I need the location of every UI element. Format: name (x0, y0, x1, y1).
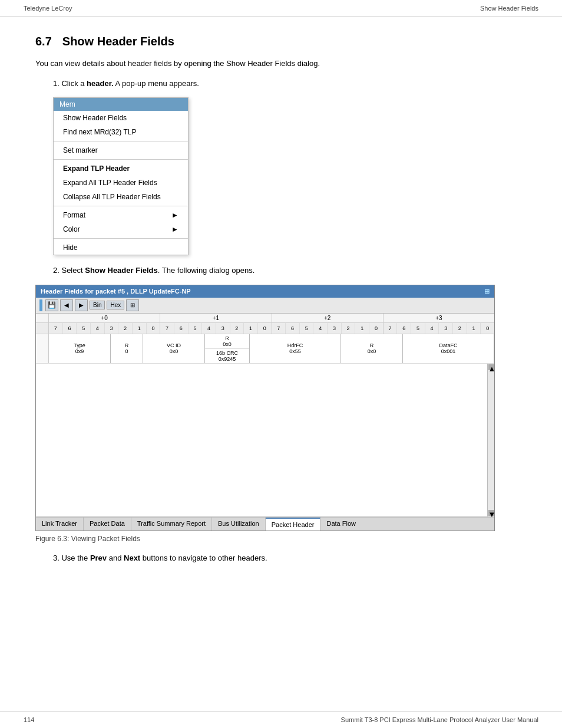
grid-button[interactable]: ⊞ (126, 299, 139, 311)
bit-group-3: 7 6 5 4 3 2 1 0 (384, 323, 494, 334)
save-button[interactable]: 💾 (45, 299, 58, 311)
field-vcid: VC ID 0x0 (143, 334, 205, 363)
scrollbar-thumb-bottom[interactable]: ▼ (488, 510, 494, 516)
dialog-screenshot: Header Fields for packet #5 , DLLP Updat… (35, 285, 495, 531)
dialog-toolbar: 💾 ◀ ▶ Bin Hex ⊞ (36, 298, 494, 314)
field-vcid-name: VC ID (167, 342, 181, 348)
tab-packet-header[interactable]: Packet Header (266, 518, 321, 531)
empty-space: ▲ ▼ (36, 364, 494, 517)
dialog-resize-icon: ⊞ (484, 288, 490, 295)
field-16bcrc: 16b CRC 0x9245 (205, 349, 249, 363)
menu-header: Mem (54, 98, 188, 111)
step-3-number: 3. (53, 554, 59, 562)
menu-divider-3 (54, 206, 188, 206)
offset-plus0: +0 (49, 314, 160, 322)
header-right: Show Header Fields (480, 5, 538, 12)
data-fields-row: Type 0x9 R 0 VC ID 0x0 R 0x0 16b CRC (36, 334, 494, 364)
scrollbar-thumb[interactable]: ▲ (488, 364, 494, 370)
field-datafc-value: 0x001 (441, 348, 456, 354)
menu-color-arrow-icon: ► (171, 225, 178, 233)
step-1-number: 1. (53, 79, 59, 88)
footer-left: 114 (24, 716, 34, 723)
dialog-tabs: Link Tracker Packet Data Traffic Summary… (36, 517, 494, 531)
step-2-bold: Show Header Fields (85, 266, 158, 275)
menu-show-header-fields[interactable]: Show Header Fields (54, 111, 188, 125)
menu-collapse-all[interactable]: Collapse All TLP Header Fields (54, 190, 188, 204)
field-datafc: DataFC 0x001 (403, 334, 494, 363)
offset-plus3: +3 (384, 314, 494, 322)
bit-group-0: 7 6 5 4 3 2 1 0 (49, 323, 160, 334)
field-r1-value: 0 (125, 348, 128, 354)
field-type-value: 0x9 (75, 348, 84, 354)
section-title: Show Header Fields (62, 35, 174, 48)
menu-expand-all[interactable]: Expand All TLP Header Fields (54, 176, 188, 190)
bit-numbers-row: 7 6 5 4 3 2 1 0 7 6 5 4 3 2 1 0 7 6 (36, 323, 494, 334)
section-heading: 6.7 Show Header Fields (35, 35, 527, 48)
menu-color[interactable]: Color ► (54, 222, 188, 236)
field-type: Type 0x9 (49, 334, 111, 363)
menu-format-label: Format (63, 211, 85, 219)
menu-set-marker[interactable]: Set marker (54, 143, 188, 157)
field-type-name: Type (74, 342, 85, 348)
tab-packet-data[interactable]: Packet Data (84, 518, 131, 531)
section-number: 6.7 (35, 35, 52, 48)
toolbar-stripe (39, 299, 42, 311)
next-button[interactable]: ▶ (75, 299, 88, 311)
step-3-bold2: Next (124, 554, 140, 562)
dialog-titlebar: Header Fields for packet #5 , DLLP Updat… (36, 285, 494, 298)
field-vcid-value: 0x0 (170, 348, 178, 354)
field-r3: R 0x0 (341, 334, 403, 363)
tab-bus-utilization[interactable]: Bus Utilization (212, 518, 266, 531)
scrollbar[interactable]: ▲ ▼ (487, 364, 494, 516)
field-r1-name: R (125, 342, 129, 348)
field-hdrfc: HdrFC 0x55 (250, 334, 341, 363)
step-2-number: 2. (53, 266, 59, 275)
tab-traffic-summary[interactable]: Traffic Summary Report (131, 518, 212, 531)
figure-caption: Figure 6.3: Viewing Packet Fields (35, 535, 527, 543)
step-2: 2. Select Show Header Fields. The follow… (53, 265, 527, 276)
menu-format[interactable]: Format ► (54, 208, 188, 222)
bit-row-corner (36, 323, 49, 334)
field-hdrfc-name: HdrFC (287, 342, 303, 348)
menu-divider-2 (54, 159, 188, 160)
offset-plus1: +1 (160, 314, 272, 322)
offset-plus2: +2 (272, 314, 384, 322)
scrollbar-track (488, 371, 494, 509)
step-2-text-after: . The following dialog opens. (158, 266, 255, 275)
footer-right: Summit T3-8 PCI Express Multi-Lane Proto… (341, 716, 538, 723)
field-r1: R 0 (111, 334, 143, 363)
context-menu-screenshot: Mem Show Header Fields Find next MRd(32)… (53, 97, 189, 255)
field-r2-crc: R 0x0 16b CRC 0x9245 (205, 334, 250, 363)
step-1: 1. Click a header. A pop-up menu appears… (53, 78, 527, 90)
prev-button[interactable]: ◀ (60, 299, 73, 311)
step-1-text-before: Click a (61, 79, 87, 88)
bin-button[interactable]: Bin (90, 301, 105, 309)
bit-group-2: 7 6 5 4 3 2 1 0 (272, 323, 384, 334)
menu-format-arrow-icon: ► (171, 211, 178, 219)
corner-empty (36, 314, 49, 322)
page-header: Teledyne LeCroy Show Header Fields (0, 0, 562, 17)
menu-expand-tlp[interactable]: Expand TLP Header (54, 162, 188, 176)
tab-data-flow[interactable]: Data Flow (320, 518, 362, 531)
row-index (36, 334, 49, 363)
bit-group-1: 7 6 5 4 3 2 1 0 (160, 323, 272, 334)
dialog-title: Header Fields for packet #5 , DLLP Updat… (41, 288, 191, 295)
menu-color-label: Color (63, 225, 80, 233)
step-3-bold1: Prev (90, 554, 107, 562)
offset-labels-row: +0 +1 +2 +3 (36, 314, 494, 323)
field-datafc-name: DataFC (439, 342, 457, 348)
step-3-text-before: Use the (61, 554, 90, 562)
tab-link-tracker[interactable]: Link Tracker (36, 518, 84, 531)
field-r3-name: R (370, 342, 374, 348)
step-1-bold: header. (87, 79, 114, 88)
step-3: 3. Use the Prev and Next buttons to navi… (53, 552, 527, 564)
hex-button[interactable]: Hex (107, 301, 124, 309)
menu-divider-4 (54, 238, 188, 239)
step-3-text-after: buttons to navigate to other headers. (140, 554, 267, 562)
field-r2: R 0x0 (205, 334, 249, 349)
intro-text: You can view details about header fields… (35, 58, 527, 70)
menu-divider-1 (54, 141, 188, 141)
menu-hide[interactable]: Hide (54, 241, 188, 255)
field-r3-value: 0x0 (368, 348, 376, 354)
menu-find-next[interactable]: Find next MRd(32) TLP (54, 125, 188, 139)
